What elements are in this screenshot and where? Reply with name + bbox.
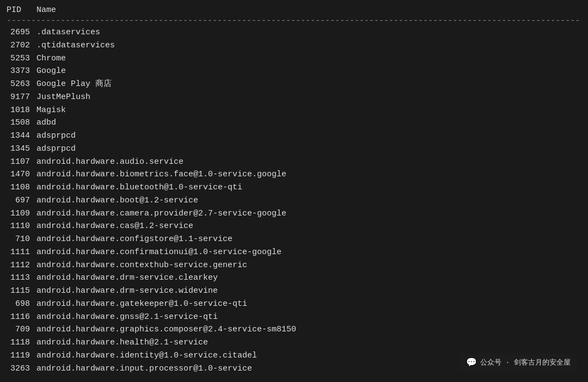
name-cell: android.hardware.boot@1.2-service <box>36 195 581 207</box>
pid-cell: 1508 <box>7 117 36 129</box>
process-list: 2695.dataservices2702.qtidataservices525… <box>7 26 581 375</box>
name-cell: android.hardware.cas@1.2-service <box>36 220 581 232</box>
pid-cell: 1113 <box>7 272 36 284</box>
name-cell: android.hardware.gnss@2.1-service-qti <box>36 311 581 323</box>
table-row: 3373Google <box>7 65 581 78</box>
pid-cell: 1112 <box>7 260 36 272</box>
name-cell: .dataservices <box>36 27 581 39</box>
name-cell: android.hardware.drm-service.widevine <box>36 285 581 297</box>
pid-cell: 3263 <box>7 363 36 375</box>
name-cell: android.hardware.camera.provider@2.7-ser… <box>36 208 581 220</box>
table-row: 1111android.hardware.confirmationui@1.0-… <box>7 246 581 259</box>
name-cell: Google Play 商店 <box>36 78 581 90</box>
table-row: 1118android.hardware.health@2.1-service <box>7 336 581 349</box>
table-row: 1116android.hardware.gnss@2.1-service-qt… <box>7 311 581 324</box>
pid-cell: 698 <box>7 298 36 310</box>
pid-cell: 9177 <box>7 91 36 103</box>
table-row: 5253Chrome <box>7 52 581 65</box>
name-cell: Chrome <box>36 53 581 65</box>
table-row: 1110android.hardware.cas@1.2-service <box>7 220 581 233</box>
name-cell: android.hardware.confirmationui@1.0-serv… <box>36 247 581 258</box>
pid-cell: 2702 <box>7 40 36 52</box>
table-row: 1345adsprpcd <box>7 143 581 156</box>
pid-cell: 710 <box>7 233 36 245</box>
name-cell: android.hardware.biometrics.face@1.0-ser… <box>36 169 581 181</box>
table-row: 9177JustMePlush <box>7 91 581 104</box>
name-cell: JustMePlush <box>36 91 581 103</box>
pid-cell: 1116 <box>7 311 36 323</box>
pid-cell: 697 <box>7 195 36 207</box>
name-cell: adsprpcd <box>36 130 581 142</box>
pid-cell: 1108 <box>7 182 36 194</box>
name-cell: android.hardware.graphics.composer@2.4-s… <box>36 324 581 336</box>
table-row: 5263Google Play 商店 <box>7 78 581 91</box>
table-row: 1107android.hardware.audio.service <box>7 156 581 169</box>
watermark-text: 公众号 · 剑客古月的安全屋 <box>480 358 571 367</box>
table-row: 1115android.hardware.drm-service.widevin… <box>7 285 581 298</box>
table-row: 2702.qtidataservices <box>7 39 581 52</box>
table-row: 1113android.hardware.drm-service.clearke… <box>7 272 581 285</box>
pid-cell: 1110 <box>7 220 36 232</box>
name-cell: android.hardware.drm-service.clearkey <box>36 272 581 284</box>
pid-header: PID <box>7 5 36 15</box>
pid-cell: 1018 <box>7 104 36 116</box>
table-row: 1018Magisk <box>7 104 581 117</box>
name-cell: android.hardware.configstore@1.1-service <box>36 233 581 245</box>
pid-cell: 1470 <box>7 169 36 181</box>
name-cell: android.hardware.health@2.1-service <box>36 337 581 349</box>
table-row: 1108android.hardware.bluetooth@1.0-servi… <box>7 181 581 194</box>
table-row: 2695.dataservices <box>7 26 581 39</box>
name-cell: android.hardware.gatekeeper@1.0-service-… <box>36 298 581 310</box>
pid-cell: 1107 <box>7 156 36 168</box>
pid-cell: 5263 <box>7 78 36 90</box>
name-cell: Google <box>36 65 581 77</box>
pid-cell: 1111 <box>7 247 36 258</box>
header-divider: ----------------------------------------… <box>7 16 581 26</box>
table-header: PID Name <box>7 4 581 16</box>
pid-cell: 3373 <box>7 65 36 77</box>
pid-cell: 1344 <box>7 130 36 142</box>
name-cell: Magisk <box>36 104 581 116</box>
table-row: 698android.hardware.gatekeeper@1.0-servi… <box>7 298 581 311</box>
table-row: 709android.hardware.graphics.composer@2.… <box>7 323 581 336</box>
name-cell: adsprpcd <box>36 143 581 155</box>
name-cell: android.hardware.bluetooth@1.0-service-q… <box>36 182 581 194</box>
watermark-badge: 💬 公众号 · 剑客古月的安全屋 <box>460 354 577 371</box>
name-cell: .qtidataservices <box>36 40 581 52</box>
name-cell: android.hardware.audio.service <box>36 156 581 168</box>
table-row: 1508adbd <box>7 116 581 130</box>
table-row: 1470android.hardware.biometrics.face@1.0… <box>7 168 581 181</box>
pid-cell: 1115 <box>7 285 36 297</box>
table-row: 1109android.hardware.camera.provider@2.7… <box>7 207 581 220</box>
name-cell: adbd <box>36 117 581 129</box>
terminal-window: PID Name -------------------------------… <box>0 0 588 382</box>
pid-cell: 2695 <box>7 27 36 39</box>
pid-cell: 1118 <box>7 337 36 349</box>
name-header: Name <box>36 5 56 15</box>
table-row: 710android.hardware.configstore@1.1-serv… <box>7 233 581 246</box>
table-row: 697android.hardware.boot@1.2-service <box>7 194 581 207</box>
pid-cell: 1119 <box>7 350 36 362</box>
pid-cell: 709 <box>7 324 36 336</box>
pid-cell: 5253 <box>7 53 36 65</box>
name-cell: android.hardware.contexthub-service.gene… <box>36 260 581 272</box>
table-row: 1112android.hardware.contexthub-service.… <box>7 259 581 272</box>
wechat-icon: 💬 <box>466 357 477 368</box>
table-row: 1344adsprpcd <box>7 130 581 143</box>
pid-cell: 1109 <box>7 208 36 220</box>
pid-cell: 1345 <box>7 143 36 155</box>
